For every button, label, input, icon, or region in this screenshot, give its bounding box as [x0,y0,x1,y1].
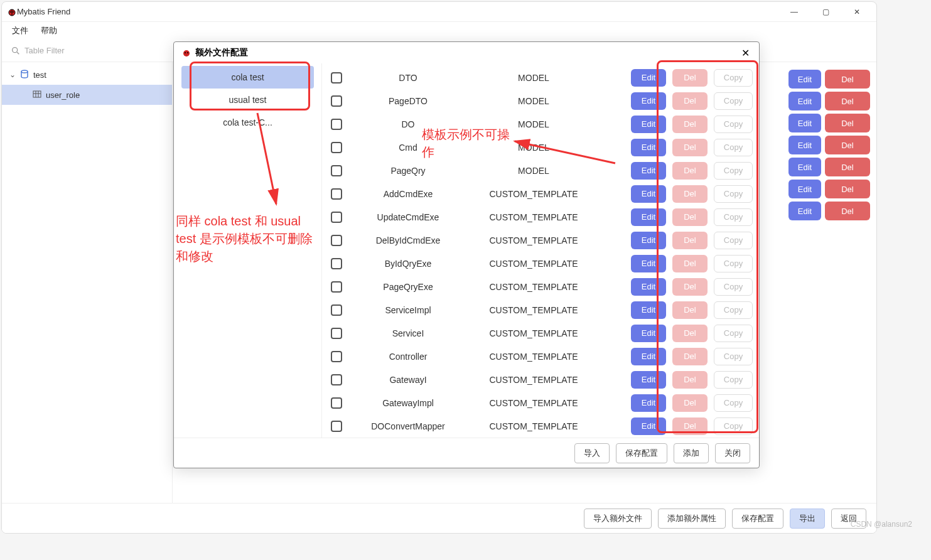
row-checkbox[interactable] [331,142,342,153]
bg-del-button[interactable]: Del [825,114,870,132]
row-checkbox[interactable] [331,328,342,339]
menu-bar: 文件 帮助 [2,22,876,40]
row-edit-button[interactable]: Edit [631,255,666,272]
row-checkbox[interactable] [331,72,342,83]
bg-del-button[interactable]: Del [825,92,870,110]
row-copy-button[interactable]: Copy [714,162,753,180]
table-filter-input[interactable] [7,43,170,59]
row-checkbox[interactable] [331,374,342,385]
row-copy-button[interactable]: Copy [714,139,753,156]
save-config-button[interactable]: 保存配置 [732,509,783,529]
row-checkbox[interactable] [331,351,342,362]
row-del-button[interactable]: Del [672,255,708,272]
template-item[interactable]: cola test-C... [181,111,314,134]
row-copy-button[interactable]: Copy [714,92,753,110]
row-checkbox[interactable] [331,281,342,293]
row-checkbox[interactable] [331,95,342,107]
template-item[interactable]: usual test [181,89,314,111]
bg-edit-button[interactable]: Edit [788,92,821,110]
row-edit-button[interactable]: Edit [631,208,666,226]
modal-save-button[interactable]: 保存配置 [616,443,667,463]
row-del-button[interactable]: Del [672,208,708,226]
row-copy-button[interactable]: Copy [714,394,753,412]
modal-close-footer-button[interactable]: 关闭 [715,443,750,463]
row-copy-button[interactable]: Copy [714,255,753,272]
row-checkbox[interactable] [331,165,342,176]
row-type-label: CUSTOM_TEMPLATE [474,328,593,338]
row-del-button[interactable]: Del [672,371,708,389]
row-copy-button[interactable]: Copy [714,185,753,203]
row-del-button[interactable]: Del [672,139,708,156]
menu-help[interactable]: 帮助 [41,25,57,36]
row-edit-button[interactable]: Edit [631,139,666,156]
row-checkbox[interactable] [331,212,342,223]
row-del-button[interactable]: Del [672,394,708,412]
row-copy-button[interactable]: Copy [714,417,753,435]
row-edit-button[interactable]: Edit [631,185,666,203]
row-edit-button[interactable]: Edit [631,278,666,296]
row-del-button[interactable]: Del [672,162,708,180]
row-del-button[interactable]: Del [672,92,708,110]
row-checkbox[interactable] [331,397,342,409]
row-copy-button[interactable]: Copy [714,325,753,342]
row-del-button[interactable]: Del [672,325,708,342]
bg-edit-button[interactable]: Edit [788,202,821,220]
row-checkbox[interactable] [331,188,342,200]
row-copy-button[interactable]: Copy [714,301,753,319]
row-checkbox[interactable] [331,235,342,246]
bg-edit-button[interactable]: Edit [788,180,821,198]
bg-del-button[interactable]: Del [825,158,870,176]
modal-add-button[interactable]: 添加 [674,443,709,463]
row-edit-button[interactable]: Edit [631,162,666,180]
bg-del-button[interactable]: Del [825,180,870,198]
template-item[interactable]: cola test [181,66,314,89]
row-copy-button[interactable]: Copy [714,278,753,296]
row-edit-button[interactable]: Edit [631,371,666,389]
export-button[interactable]: 导出 [790,509,825,529]
row-edit-button[interactable]: Edit [631,301,666,319]
row-copy-button[interactable]: Copy [714,371,753,389]
row-copy-button[interactable]: Copy [714,208,753,226]
row-checkbox[interactable] [331,258,342,269]
row-del-button[interactable]: Del [672,348,708,365]
row-copy-button[interactable]: Copy [714,232,753,249]
import-extra-file-button[interactable]: 导入额外文件 [584,509,652,529]
bg-edit-button[interactable]: Edit [788,114,821,132]
row-edit-button[interactable]: Edit [631,116,666,133]
row-del-button[interactable]: Del [672,278,708,296]
row-del-button[interactable]: Del [672,116,708,133]
bg-del-button[interactable]: Del [825,70,870,89]
row-edit-button[interactable]: Edit [631,417,666,435]
row-del-button[interactable]: Del [672,232,708,249]
row-checkbox[interactable] [331,421,342,432]
row-edit-button[interactable]: Edit [631,232,666,249]
row-del-button[interactable]: Del [672,301,708,319]
row-edit-button[interactable]: Edit [631,92,666,110]
row-checkbox[interactable] [331,119,342,130]
row-copy-button[interactable]: Copy [714,116,753,133]
row-del-button[interactable]: Del [672,417,708,435]
bg-edit-button[interactable]: Edit [788,70,821,89]
row-checkbox[interactable] [331,304,342,316]
bg-edit-button[interactable]: Edit [788,136,821,154]
maximize-button[interactable]: ▢ [811,3,840,21]
row-copy-button[interactable]: Copy [714,69,753,87]
row-del-button[interactable]: Del [672,185,708,203]
bg-edit-button[interactable]: Edit [788,158,821,176]
close-window-button[interactable]: ✕ [842,3,871,21]
tree-table-item[interactable]: user_role [2,85,172,105]
bg-del-button[interactable]: Del [825,136,870,154]
row-copy-button[interactable]: Copy [714,348,753,365]
bg-del-button[interactable]: Del [825,202,870,220]
minimize-button[interactable]: — [780,3,809,21]
row-edit-button[interactable]: Edit [631,394,666,412]
menu-file[interactable]: 文件 [12,25,28,36]
row-edit-button[interactable]: Edit [631,325,666,342]
add-extra-attr-button[interactable]: 添加额外属性 [658,509,726,529]
modal-import-button[interactable]: 导入 [574,443,610,463]
tree-root-item[interactable]: ⌄ test [2,65,172,85]
row-del-button[interactable]: Del [672,69,708,87]
row-edit-button[interactable]: Edit [631,348,666,365]
modal-close-button[interactable]: ✕ [739,46,751,59]
row-edit-button[interactable]: Edit [631,69,666,87]
